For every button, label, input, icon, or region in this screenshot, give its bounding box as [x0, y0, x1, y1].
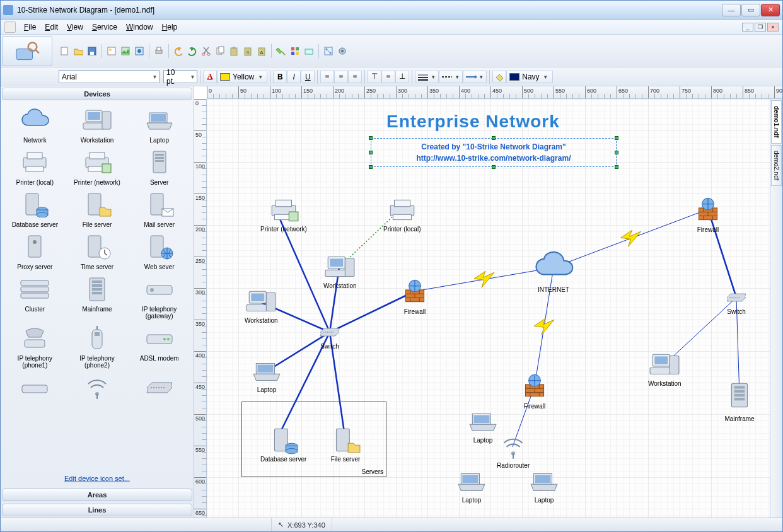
node-radio[interactable]: Radiorouter: [497, 433, 530, 469]
open-folder-button[interactable]: [72, 45, 84, 57]
valign-top-button[interactable]: ⊤: [368, 71, 381, 83]
tab-demo1[interactable]: demo1.ndf: [771, 100, 782, 144]
search-devices-button[interactable]: [2, 36, 52, 66]
line-color-select[interactable]: Navy ▾: [506, 71, 552, 83]
diagram-subtitle[interactable]: Created by "10-Strike Network Diagram" h…: [371, 138, 617, 167]
mdi-restore[interactable]: ❐: [755, 23, 766, 32]
menu-help[interactable]: Help: [158, 21, 182, 33]
device-printernet[interactable]: Printer (network): [67, 147, 128, 187]
italic-button[interactable]: I: [287, 71, 301, 83]
picture2-button[interactable]: [133, 45, 146, 57]
redo-button[interactable]: [186, 45, 199, 57]
diagram-canvas[interactable]: Enterprise Network Created by "10-Strike…: [207, 99, 782, 518]
device-workstation[interactable]: Workstation: [67, 105, 128, 145]
device-printer[interactable]: Printer (local): [4, 147, 66, 187]
shape-button[interactable]: [303, 45, 315, 57]
save-button[interactable]: [86, 45, 98, 57]
node-printer_net[interactable]: Printer (network): [260, 197, 307, 233]
paste-text-button[interactable]: A: [255, 45, 268, 57]
edit-iconset-link[interactable]: Edit device icon set...: [64, 475, 130, 482]
fontsize-select[interactable]: 10 pt.: [163, 70, 197, 83]
fill-button[interactable]: [492, 71, 506, 83]
device-antenna[interactable]: [67, 373, 128, 405]
menu-view[interactable]: View: [62, 21, 88, 33]
print-button[interactable]: [153, 45, 165, 57]
menu-window[interactable]: Window: [122, 21, 158, 33]
node-ws_top[interactable]: Workstation: [323, 253, 357, 289]
node-db[interactable]: Database server: [260, 427, 306, 463]
font-color-button[interactable]: A: [203, 71, 217, 83]
device-switch[interactable]: [129, 373, 190, 405]
node-laptop_m1[interactable]: Laptop: [467, 408, 499, 444]
node-ws_left[interactable]: Workstation: [245, 288, 278, 324]
mdi-minimize[interactable]: _: [742, 23, 753, 32]
new-file-button[interactable]: [58, 45, 71, 57]
valign-mid-button[interactable]: ≡: [381, 71, 395, 83]
line-arrows-select[interactable]: ▾: [463, 71, 487, 83]
device-adsl[interactable]: ADSL modem: [129, 323, 190, 370]
mdi-close[interactable]: ×: [767, 23, 779, 32]
menu-edit[interactable]: Edit: [40, 21, 62, 33]
cut-button[interactable]: [200, 45, 212, 57]
device-cluster[interactable]: Cluster: [4, 274, 66, 321]
device-cloud[interactable]: Network: [4, 105, 66, 145]
device-device[interactable]: [4, 373, 66, 405]
settings-button[interactable]: [336, 45, 349, 57]
device-timeserver[interactable]: Time server: [67, 232, 128, 272]
valign-bot-button[interactable]: ⊥: [395, 71, 409, 83]
node-firewall_m[interactable]: Firewall: [519, 370, 550, 410]
maximize-button[interactable]: ▭: [741, 4, 760, 16]
node-printer_loc[interactable]: Printer (local): [383, 197, 420, 233]
device-dbserver[interactable]: Database server: [4, 190, 66, 229]
copy-button[interactable]: [214, 45, 226, 57]
device-mainframe[interactable]: Mainframe: [67, 274, 128, 321]
minimize-button[interactable]: —: [722, 4, 741, 16]
device-proxy[interactable]: Proxy server: [4, 232, 66, 272]
align-center-button[interactable]: ≡: [334, 71, 348, 83]
node-firewall_r[interactable]: Firewall: [692, 194, 724, 233]
node-switch_l[interactable]: Switch: [304, 323, 355, 350]
node-fs[interactable]: File server: [330, 427, 361, 463]
paste-button[interactable]: [228, 45, 240, 57]
node-ws_r[interactable]: Workstation: [648, 351, 682, 387]
node-internet[interactable]: INTERNET: [519, 250, 588, 293]
node-laptop_m3[interactable]: Laptop: [528, 468, 560, 504]
align-right-button[interactable]: ≡: [348, 71, 362, 83]
node-laptop_l[interactable]: Laptop: [251, 357, 282, 393]
font-select[interactable]: Arial: [59, 70, 160, 83]
palette-section-areas[interactable]: Areas: [2, 489, 192, 501]
palette-button[interactable]: [289, 45, 301, 57]
line-dash-select[interactable]: ▾: [439, 71, 463, 83]
device-laptop[interactable]: Laptop: [129, 105, 190, 145]
diagram-title[interactable]: Enterprise Network: [386, 112, 560, 132]
titlebar[interactable]: 10-Strike Network Diagram - [demo1.ndf] …: [1, 1, 782, 20]
node-switch_r[interactable]: Switch: [711, 288, 762, 315]
line-weight-select[interactable]: ▾: [415, 71, 439, 83]
device-fileserver[interactable]: File server: [67, 190, 128, 229]
underline-button[interactable]: U: [301, 71, 315, 83]
undo-button[interactable]: [172, 45, 185, 57]
device-server[interactable]: Server: [129, 147, 190, 187]
picture-button[interactable]: [119, 45, 132, 57]
paste-special-button[interactable]: S: [241, 45, 254, 57]
autolayout-button[interactable]: [322, 45, 335, 57]
highlight-select[interactable]: Yellow ▾: [217, 71, 267, 83]
align-left-button[interactable]: ≡: [320, 71, 334, 83]
node-mainframe[interactable]: Mainframe: [724, 376, 755, 422]
device-phone1[interactable]: IP telephony (phone1): [4, 323, 66, 370]
node-laptop_m2[interactable]: Laptop: [456, 468, 487, 504]
device-phone2[interactable]: IP telephony (phone2): [67, 323, 128, 370]
device-webserver[interactable]: Web sever: [129, 232, 190, 272]
device-mailserver[interactable]: Mail server: [129, 190, 190, 229]
bold-button[interactable]: B: [273, 71, 287, 83]
palette-section-lines[interactable]: Lines: [2, 504, 192, 516]
close-button[interactable]: ✕: [761, 4, 780, 16]
palette-section-devices[interactable]: Devices: [2, 88, 192, 100]
menu-service[interactable]: Service: [88, 21, 122, 33]
device-ipgw[interactable]: IP telephony (gateway): [129, 274, 190, 321]
format-brush-button[interactable]: [275, 45, 287, 57]
tab-demo2[interactable]: demo2.ndf: [771, 145, 782, 186]
menu-file[interactable]: File: [20, 21, 40, 33]
image-view-button[interactable]: [105, 45, 118, 57]
node-firewall_l[interactable]: Firewall: [399, 275, 431, 315]
